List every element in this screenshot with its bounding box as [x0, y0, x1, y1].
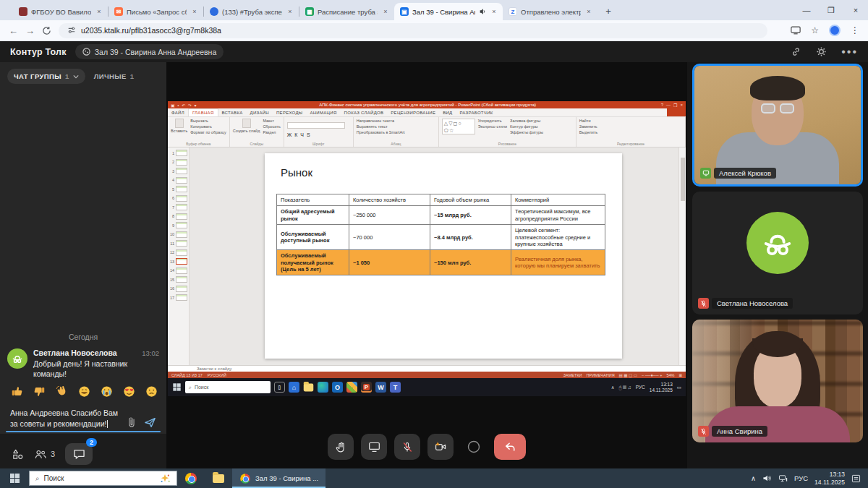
- tab-group-chat[interactable]: ЧАТ ГРУППЫ 1: [7, 69, 85, 84]
- tab-close-icon[interactable]: ×: [95, 7, 103, 16]
- tab-close-icon[interactable]: ×: [190, 7, 199, 16]
- tab-personal-chat[interactable]: ЛИЧНЫЕ 1: [94, 72, 135, 80]
- office-hub-icon[interactable]: [346, 382, 357, 393]
- slide-thumbnail-17[interactable]: 17: [169, 294, 187, 301]
- explorer-taskbar-icon[interactable]: [205, 468, 232, 488]
- clipboard-item-2[interactable]: Формат по образцу: [190, 130, 226, 134]
- attach-file-icon[interactable]: [127, 416, 137, 428]
- bookmark-star-icon[interactable]: ☆: [811, 25, 819, 35]
- cry-emoji-icon[interactable]: [100, 385, 114, 398]
- ppt-help-icon[interactable]: ?: [661, 103, 663, 107]
- slide-thumbnail-2[interactable]: 2: [169, 159, 187, 166]
- clipboard-item-0[interactable]: Вырезать: [190, 119, 226, 123]
- taskbar-search-box[interactable]: ⌕ Поиск: [29, 471, 177, 486]
- leave-call-button[interactable]: [494, 434, 526, 460]
- explorer-icon[interactable]: [303, 382, 314, 393]
- network-icon[interactable]: [778, 474, 788, 482]
- slide-thumbnail-16[interactable]: 16: [169, 286, 187, 292]
- slide-scrollbar[interactable]: [678, 147, 686, 365]
- tray-chevron-icon[interactable]: ∧: [751, 474, 756, 482]
- thumbs-up-icon[interactable]: [10, 385, 24, 398]
- room-title-pill[interactable]: Зал 39 - Свирина Анна Андреевна: [75, 44, 224, 59]
- drawing-style-item-2[interactable]: Эффекты фигуры: [510, 130, 543, 134]
- raise-hand-button[interactable]: [328, 434, 354, 460]
- browser-profile-avatar[interactable]: [829, 25, 841, 36]
- zoom-slider[interactable]: − ──●── +: [642, 373, 662, 377]
- editing-item-1[interactable]: Заменить: [579, 124, 597, 129]
- minimize-button[interactable]: —: [794, 0, 819, 20]
- slides-item-1[interactable]: Сбросить: [263, 124, 280, 129]
- drawing-item-0[interactable]: Упорядочить: [478, 119, 507, 123]
- drawing-style-item-1[interactable]: Контур фигуры: [510, 124, 543, 129]
- ppt-ribbon-tab-7[interactable]: РЕЦЕНЗИРОВАНИЕ: [387, 108, 439, 116]
- browser-tab-4[interactable]: ▦ Расписание труба экспертов ×: [299, 3, 394, 20]
- ppt-ribbon-tab-8[interactable]: ВИД: [439, 108, 456, 116]
- browser-tab-active[interactable]: ▣ Зал 39 - Свирина Анна Ан ×: [394, 3, 503, 20]
- slides-item-2[interactable]: Раздел: [263, 130, 280, 134]
- teams-taskbar-icon[interactable]: T: [390, 382, 401, 393]
- participant-tile-3[interactable]: Анна Свирина: [692, 320, 863, 442]
- ppt-ribbon-tab-2[interactable]: ВСТАВКА: [218, 108, 247, 116]
- comments-toggle[interactable]: ПРИМЕЧАНИЯ: [587, 373, 615, 377]
- slide-thumbnail-1[interactable]: 1: [169, 150, 187, 156]
- frown-emoji-icon[interactable]: [145, 385, 158, 398]
- cast-icon[interactable]: [791, 26, 801, 35]
- host-clock[interactable]: 13:1314.11.2025: [814, 471, 845, 486]
- message-input[interactable]: Анна Андреевна Спасибо Вам за советы и р…: [10, 408, 156, 429]
- editing-item-2[interactable]: Выделить: [579, 130, 597, 134]
- settings-gear-icon[interactable]: [816, 46, 827, 57]
- tools-button[interactable]: [12, 448, 24, 461]
- paragraph-item-2[interactable]: Преобразовать в SmartArt: [357, 130, 405, 134]
- tab-close-icon[interactable]: ×: [286, 7, 294, 16]
- volume-icon[interactable]: [762, 474, 772, 482]
- font-format-buttons[interactable]: Ж К Ч S: [287, 132, 345, 137]
- shapes-gallery[interactable]: △▽◻○ ⬠☆: [442, 119, 475, 134]
- tab-close-icon[interactable]: ×: [381, 7, 390, 16]
- slide-thumbnail-8[interactable]: 8: [169, 213, 187, 220]
- shared-language-indicator[interactable]: РУС: [636, 385, 645, 390]
- participant-tile-1[interactable]: Алексей Крюков: [692, 64, 863, 187]
- slide-thumbnail-10[interactable]: 10: [169, 231, 187, 238]
- send-message-icon[interactable]: [144, 417, 156, 428]
- browser-menu-icon[interactable]: ⋮: [851, 25, 859, 35]
- ppt-ribbon-tab-5[interactable]: АНИМАЦИЯ: [306, 108, 340, 116]
- address-bar[interactable]: u2035.ktalk.ru/pflb31asocc3@rg7m8k38a: [59, 23, 767, 38]
- camera-error-button[interactable]: !: [427, 434, 454, 460]
- new-slide-button[interactable]: Создать слайд: [233, 119, 260, 141]
- share-screen-button[interactable]: [361, 434, 387, 460]
- shared-start-button[interactable]: [173, 383, 180, 390]
- close-button[interactable]: ×: [843, 0, 868, 20]
- notes-toggle[interactable]: ЗАМЕТКИ: [563, 373, 582, 377]
- slide-thumbnail-3[interactable]: 3: [169, 168, 187, 174]
- start-button[interactable]: [0, 468, 29, 488]
- back-button[interactable]: ←: [9, 25, 18, 36]
- ppt-language[interactable]: РУССКИЙ: [208, 373, 226, 377]
- word-taskbar-icon[interactable]: W: [375, 382, 386, 393]
- fit-slide-icon[interactable]: ⊞: [678, 373, 682, 377]
- forward-button[interactable]: →: [25, 25, 35, 36]
- ppt-minimize-icon[interactable]: —: [666, 103, 671, 107]
- participants-button[interactable]: 3: [34, 449, 55, 460]
- more-options-icon[interactable]: •••: [841, 46, 858, 59]
- browser-tab-6[interactable]: Z Отправлено электронное пис ×: [503, 3, 597, 20]
- paragraph-item-0[interactable]: Направление текста: [357, 119, 405, 123]
- slide-thumbnail-14[interactable]: 14: [169, 267, 187, 274]
- ppt-ribbon-tab-6[interactable]: ПОКАЗ СЛАЙДОВ: [341, 108, 388, 116]
- zoom-level[interactable]: 54%: [666, 373, 674, 377]
- task-view-icon[interactable]: ▯: [274, 382, 285, 393]
- drawing-item-1[interactable]: Экспресс-стили: [478, 124, 507, 129]
- outlook-icon[interactable]: O: [332, 382, 343, 393]
- tab-close-icon[interactable]: ×: [584, 7, 593, 16]
- browser-tab-3[interactable]: (133) #Труба экспертов > Опо ×: [204, 3, 299, 20]
- site-settings-icon[interactable]: [67, 26, 76, 35]
- shared-search-box[interactable]: ⌕ Поиск: [185, 381, 271, 393]
- ppt-ribbon-tab-1[interactable]: ГЛАВНАЯ: [188, 108, 218, 116]
- action-center-icon[interactable]: [851, 474, 861, 483]
- ppt-ribbon-tab-4[interactable]: ПЕРЕХОДЫ: [273, 108, 306, 116]
- maximize-button[interactable]: ❐: [819, 0, 843, 20]
- ppt-ribbon-tab-0[interactable]: ФАЙЛ: [168, 108, 188, 116]
- ppt-close-icon[interactable]: ×: [680, 103, 683, 107]
- reload-button[interactable]: [42, 26, 51, 35]
- ppt-restore-icon[interactable]: ❐: [673, 103, 677, 108]
- browser-tab-1[interactable]: ФГБОУ ВО Вавиловский униве ×: [13, 3, 108, 20]
